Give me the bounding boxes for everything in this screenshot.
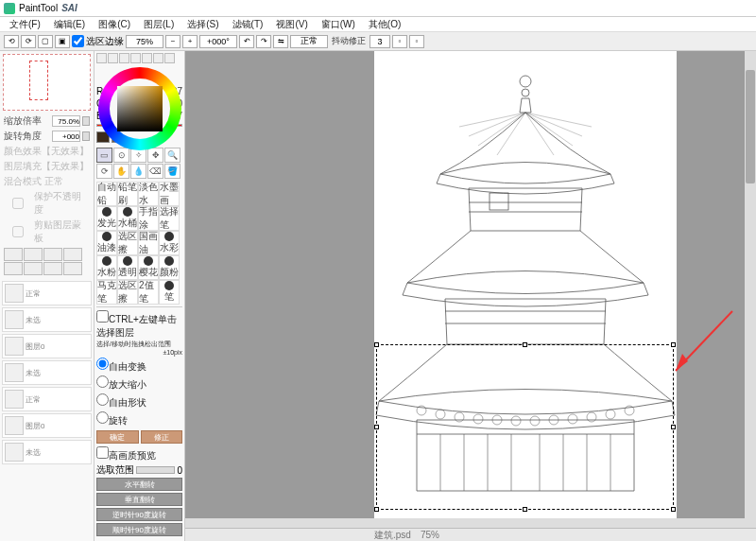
rect-select-icon[interactable]: ▭ <box>96 148 112 163</box>
tb-invert-icon[interactable]: ▣ <box>55 35 70 48</box>
cancel-button[interactable]: 修正 <box>141 430 183 444</box>
tb-flip-icon[interactable]: ⇋ <box>273 35 288 48</box>
rotate-spinner[interactable] <box>82 131 90 141</box>
lasso-icon[interactable]: ⊙ <box>113 148 129 163</box>
color-wheel[interactable] <box>98 67 181 82</box>
menu-layer[interactable]: 图层(L) <box>138 17 180 32</box>
color-mode-icon[interactable] <box>130 53 141 63</box>
layer-item[interactable]: 未选 <box>2 360 92 385</box>
transform-handle[interactable] <box>374 507 379 512</box>
brush-cell[interactable]: 手指涂 <box>138 206 159 231</box>
brush-cell[interactable]: 水桶 <box>117 206 138 231</box>
transform-handle[interactable] <box>671 425 676 429</box>
transform-handle[interactable] <box>671 507 676 512</box>
brush-cell[interactable]: 发光 <box>96 206 117 231</box>
angle-value[interactable] <box>199 35 237 48</box>
canvas-paper[interactable] <box>374 51 677 533</box>
layer-folder-icon[interactable] <box>24 248 43 261</box>
layer-item[interactable]: 正常 <box>2 281 92 305</box>
range-slider[interactable] <box>136 466 175 474</box>
zoom-value[interactable] <box>52 115 80 127</box>
layer-mask-icon[interactable] <box>43 248 62 261</box>
tb-extra-2-icon[interactable]: ▫ <box>409 35 424 48</box>
transform-selection[interactable] <box>376 344 674 510</box>
color-mode-icon[interactable] <box>119 53 129 63</box>
menu-window[interactable]: 窗口(W) <box>316 17 361 32</box>
brush-cell[interactable]: 马克笔 <box>96 280 117 305</box>
brush-cell[interactable]: 2值笔 <box>138 280 159 305</box>
free-shape-radio[interactable]: 自由形状 <box>96 393 182 410</box>
rot-ccw-button[interactable]: 逆时针90度旋转 <box>96 508 182 521</box>
shake-value[interactable] <box>369 35 390 48</box>
brush-cell[interactable]: 选区擦 <box>117 280 138 305</box>
hand-icon[interactable]: ✋ <box>113 164 129 179</box>
brush-cell[interactable]: 选区擦 <box>117 231 138 255</box>
selection-follow-check[interactable]: 选区边缘 <box>72 35 124 48</box>
selection-follow-value[interactable] <box>126 35 163 48</box>
color-mode-icon[interactable] <box>153 53 163 63</box>
transform-handle[interactable] <box>523 342 527 347</box>
tb-undo-icon[interactable]: ⟲ <box>4 35 19 48</box>
brush-cell[interactable]: 樱花 <box>138 255 159 280</box>
color-mode-icon[interactable] <box>96 53 107 63</box>
brush-cell[interactable]: 国画油 <box>138 231 159 255</box>
brush-cell[interactable]: 水彩 <box>159 231 180 255</box>
color-mode-icon[interactable] <box>142 53 152 63</box>
brush-cell[interactable]: 选择笔 <box>159 206 180 231</box>
layer-dup-icon[interactable] <box>43 262 62 275</box>
zoom-spinner[interactable] <box>82 116 90 126</box>
layer-move-icon[interactable] <box>63 262 82 275</box>
brush-cell[interactable]: 笔 <box>159 280 180 305</box>
scroll-thumb[interactable] <box>746 70 755 183</box>
transform-handle[interactable] <box>374 342 379 347</box>
transform-handle[interactable] <box>523 507 527 512</box>
flip-v-button[interactable]: 垂直翻转 <box>96 493 182 506</box>
ok-button[interactable]: 确定 <box>96 430 139 444</box>
rotate-value[interactable] <box>52 131 80 142</box>
tb-rot-left-icon[interactable]: ↶ <box>239 35 254 48</box>
sv-box[interactable] <box>117 86 163 131</box>
menu-image[interactable]: 图像(C) <box>93 17 136 32</box>
brush-cell[interactable]: 水粉 <box>96 255 117 280</box>
free-transform-radio[interactable]: 自由变换 <box>96 357 182 375</box>
vertical-scrollbar[interactable] <box>745 51 756 528</box>
blend-mode[interactable] <box>290 35 328 48</box>
tb-redo-icon[interactable]: ⟳ <box>21 35 36 48</box>
flip-h-button[interactable]: 水平翻转 <box>96 478 182 491</box>
hq-preview-check[interactable]: 高画质预览 <box>96 445 182 463</box>
layer-merge-icon[interactable] <box>4 262 23 275</box>
layer-clear-icon[interactable] <box>24 262 43 275</box>
color-mode-icon[interactable] <box>108 53 118 63</box>
canvas-area[interactable]: 建筑.psd 75% <box>185 51 756 541</box>
rotate-icon[interactable]: ⟳ <box>96 164 112 179</box>
tb-zoom-in-icon[interactable]: + <box>182 35 198 48</box>
tb-rot-right-icon[interactable]: ↷ <box>256 35 271 48</box>
brush-cell[interactable]: 铅笔刷 <box>117 182 138 206</box>
brush-cell[interactable]: 淡色水 <box>138 182 159 206</box>
ctrl-click-check[interactable]: CTRL+左键单击选择图层 <box>96 309 182 340</box>
navigator-thumb[interactable] <box>3 54 91 111</box>
move-icon[interactable]: ✥ <box>147 148 163 163</box>
layer-item[interactable]: 未选 <box>2 307 92 332</box>
brush-cell[interactable]: 油漆 <box>96 231 117 255</box>
eyedrop-icon[interactable]: 💧 <box>130 164 146 179</box>
tb-deselect-icon[interactable]: ▢ <box>38 35 53 48</box>
brush-cell[interactable]: 自动铅 <box>96 182 117 206</box>
menu-other[interactable]: 其他(O) <box>363 17 406 32</box>
layer-item[interactable]: 正常 <box>2 387 92 411</box>
scale-radio[interactable]: 放大缩小 <box>96 375 182 393</box>
layer-delete-icon[interactable] <box>63 248 82 261</box>
transform-handle[interactable] <box>671 342 676 347</box>
menu-edit[interactable]: 编辑(E) <box>48 17 91 32</box>
horizontal-scrollbar[interactable] <box>185 518 745 528</box>
menu-view[interactable]: 视图(V) <box>270 17 313 32</box>
eraser-icon[interactable]: ⌫ <box>147 164 163 179</box>
brush-cell[interactable]: 透明 <box>117 255 138 280</box>
layer-item[interactable]: 未选 <box>2 440 92 464</box>
rotate-radio[interactable]: 旋转 <box>96 410 182 428</box>
brush-cell[interactable]: 颜粉 <box>159 255 180 280</box>
brush-cell[interactable]: 水墨画 <box>159 182 180 206</box>
transform-handle[interactable] <box>374 425 379 429</box>
bucket-icon[interactable]: 🪣 <box>164 164 180 179</box>
layer-new-icon[interactable] <box>4 248 23 261</box>
